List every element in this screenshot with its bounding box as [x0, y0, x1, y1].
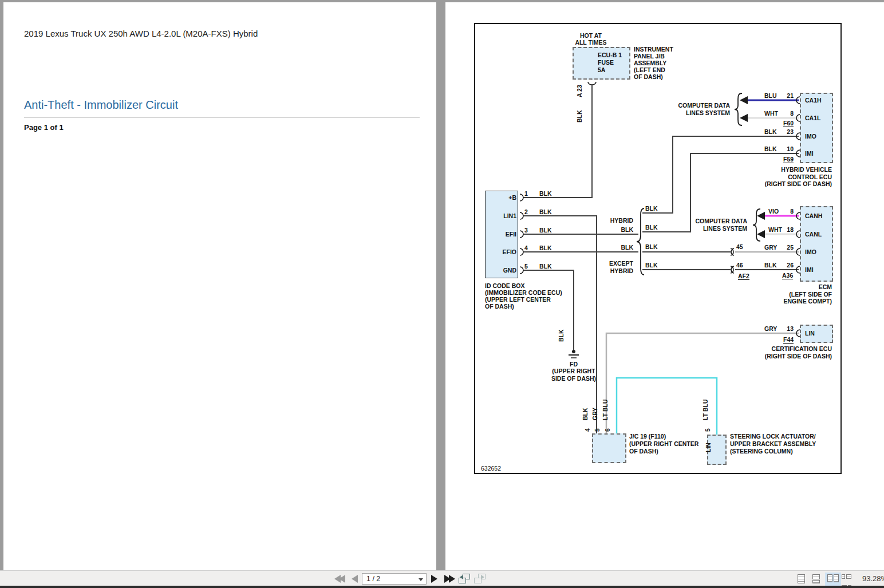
terminal-ecm-imo: IMO	[805, 248, 816, 255]
wire-ltblu-label-jc: LT BLU	[602, 399, 609, 420]
wire-color-label: WHT	[764, 110, 778, 117]
idbox-pin-name: +B	[487, 194, 516, 201]
steering-lock-name: STEERING LOCK ACTUATOR/ UPPER BRACKET AS…	[730, 433, 816, 455]
wire-color-label: BLK	[539, 190, 552, 197]
facing-pages-icon	[834, 574, 839, 582]
ecu-name-line: ECM	[783, 283, 832, 291]
next-page-button[interactable]	[431, 575, 437, 585]
document-page-1: 2019 Lexus Truck UX 250h AWD L4-2.0L (M2…	[3, 2, 436, 570]
wire-lin1	[523, 216, 597, 434]
jc-name-line: J/C 19 (F110)	[629, 433, 698, 440]
ground-loc-line: SIDE OF DASH)	[543, 375, 605, 382]
pin-number: 8	[781, 110, 794, 117]
connector-af2: AF2	[738, 273, 749, 280]
wire-color-label: BLK	[645, 243, 658, 250]
wire-color-label: VIO	[768, 208, 779, 215]
wire-color-label: BLK	[621, 226, 633, 233]
ecu-name-line: (LEFT SIDE OF	[783, 291, 832, 298]
ecu-name-line: CERTIFICATION ECU	[765, 345, 832, 353]
previous-page-icon	[352, 575, 358, 583]
idbox-name-line: OF DASH)	[485, 303, 562, 310]
terminal-imo: IMO	[805, 133, 816, 140]
jc19-name: J/C 19 (F110) (UPPER RIGHT CENTER OF DAS…	[629, 433, 698, 455]
jb-line: OF DASH)	[634, 73, 673, 80]
heading-divider	[24, 117, 420, 118]
terminal-ca1h: CA1H	[805, 97, 822, 104]
ecm-name: ECM (LEFT SIDE OF ENGINE COMPT)	[783, 283, 832, 305]
ecu-name-line: HYBRID VEHICLE	[765, 166, 832, 173]
previous-view-arrow-icon	[460, 575, 463, 579]
jb-line: (LEFT END	[634, 66, 673, 73]
previous-page-button[interactable]	[352, 575, 358, 585]
except-hybrid-label: EXCEPT HYBRID	[609, 260, 633, 275]
previous-view-button[interactable]	[459, 574, 470, 583]
last-page-button[interactable]	[444, 575, 455, 585]
connector-a36: A36	[782, 272, 793, 279]
ground-id-fd: FD	[561, 361, 586, 368]
next-view-button[interactable]	[474, 574, 486, 583]
continuous-view-button[interactable]	[812, 574, 820, 583]
steer-name-line: (STEERING COLUMN)	[730, 448, 816, 455]
facing-pages-view-button[interactable]	[825, 573, 841, 586]
terminal-ecm-imi: IMI	[805, 266, 814, 273]
vehicle-title: 2019 Lexus Truck UX 250h AWD L4-2.0L (M2…	[24, 29, 258, 38]
ground-loc-line: (UPPER RIGHT	[543, 368, 605, 375]
cdl-brace-hybrid-ecu	[735, 93, 742, 125]
zoom-level-value[interactable]: 93.28%	[862, 574, 884, 583]
terminal-lin: LIN	[805, 330, 815, 337]
ecu-name-line: (RIGHT SIDE OF DASH)	[765, 180, 832, 188]
wiring-diagram: HOT AT ALL TIMES ECU-B 1 FUSE 5A INSTRUM…	[474, 23, 842, 474]
idbox-name-line: (IMMOBILIZER CODE ECU)	[485, 289, 562, 296]
last-page-icon	[449, 575, 455, 583]
first-page-button[interactable]	[334, 575, 345, 585]
wire-color-label: WHT	[768, 226, 782, 233]
wire-color-label: BLK	[645, 262, 658, 269]
single-page-view-button[interactable]	[798, 574, 805, 585]
cdl-label-ecm: COMPUTER DATA LINES SYSTEM	[695, 218, 747, 232]
cdl-line: COMPUTER DATA	[678, 102, 730, 109]
continuous-icon	[812, 574, 820, 579]
certification-ecu-name: CERTIFICATION ECU (RIGHT SIDE OF DASH)	[765, 345, 832, 360]
except-line: HYBRID	[609, 267, 633, 275]
jc19-box	[592, 433, 626, 463]
wire-blk-label-gnd: BLK	[558, 329, 565, 342]
fuse-rating: 5A	[598, 66, 622, 74]
connector-f59: F59	[783, 156, 794, 163]
idbox-pin-num: 4	[524, 244, 528, 251]
pin-arc	[520, 231, 523, 238]
pin-number: 13	[781, 325, 794, 332]
wire-color-label: BLK	[764, 128, 777, 135]
facing-pages-icon	[827, 574, 832, 582]
jb-line: PANEL J/B	[634, 53, 673, 60]
wire-blk-label-jc: BLK	[582, 408, 589, 420]
idbox-pin-name: LIN1	[487, 212, 516, 219]
fuse-name: ECU-B 1	[598, 52, 622, 59]
hybrid-condition-label: HYBRID	[610, 217, 633, 224]
idbox-pin-num: 3	[524, 227, 528, 234]
pin-number: 21	[781, 92, 794, 99]
jc-name-line: OF DASH)	[629, 448, 698, 455]
jc-pin-5: 5	[594, 428, 601, 432]
hot-at-line2: ALL TIMES	[567, 39, 615, 46]
facing-continuous-icon	[842, 574, 845, 579]
terminal-canl: CANL	[805, 231, 822, 238]
pin-arc	[520, 212, 523, 219]
connector-a23-label: A 23	[577, 85, 583, 97]
idbox-pin-name: EFIO	[487, 248, 516, 255]
page-count-label: Page 1 of 1	[24, 123, 64, 132]
pin-arc	[520, 194, 523, 201]
jb-line: ASSEMBLY	[634, 60, 673, 66]
next-page-icon	[431, 575, 437, 583]
pin-arc	[520, 248, 523, 255]
pin-number: 10	[781, 145, 794, 152]
wire-gry-label-jc: GRY	[592, 408, 598, 420]
idbox-pin-arcs	[520, 194, 523, 274]
terminal-imi: IMI	[805, 150, 814, 157]
pin-number: 26	[781, 262, 794, 269]
page-number-combobox[interactable]: 1 / 2	[362, 573, 427, 585]
wire-blk-label-fuse: BLK	[577, 110, 583, 123]
arrow-left	[740, 114, 748, 122]
idbox-pin-num: 1	[524, 190, 528, 197]
jc-pin-6: 6	[605, 428, 611, 432]
pdf-toolbar: 1 / 2 93.28%	[0, 570, 884, 586]
